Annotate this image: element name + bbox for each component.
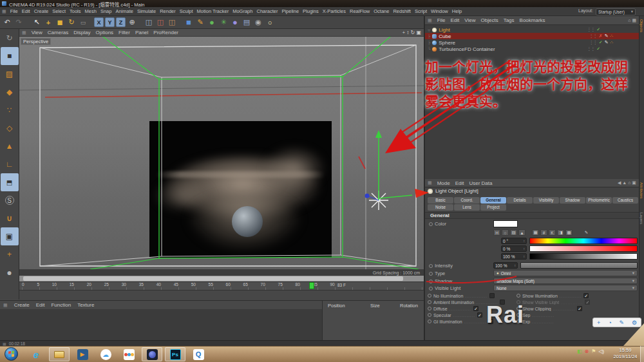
anim-dot-icon[interactable]: [429, 264, 433, 268]
tab-objects[interactable]: Objects: [639, 19, 643, 32]
anim-dot-icon[interactable]: [429, 287, 433, 291]
material-menu-item-0[interactable]: Create: [11, 302, 33, 308]
color-mixer-icon[interactable]: ◨: [557, 229, 564, 236]
tray-flag-icon[interactable]: ⚑: [591, 348, 596, 354]
check-show-clipping[interactable]: Show Clipping✓: [516, 305, 600, 312]
points-mode-icon[interactable]: ∵: [1, 101, 19, 119]
workplane-lock-icon[interactable]: ▣: [1, 227, 19, 245]
attr-tab-3[interactable]: Details: [507, 197, 533, 204]
am-history-icons[interactable]: ◀ ▲ ⌂ ▣: [615, 180, 639, 186]
menu-item-5[interactable]: Mesh: [83, 8, 99, 14]
floor-menu[interactable]: ▤: [241, 17, 252, 28]
scale-tool[interactable]: ◼: [54, 17, 66, 28]
menu-item-0[interactable]: File: [8, 8, 20, 14]
menu-item-19[interactable]: Redshift: [391, 8, 413, 14]
tray-mute-icon[interactable]: ⊗: [585, 348, 589, 354]
workplane-transform-icon[interactable]: +: [1, 245, 19, 263]
taskbar-ie-icon[interactable]: e: [26, 347, 46, 361]
deformers-menu[interactable]: ✳: [218, 17, 229, 28]
color-image-icon[interactable]: ▲: [518, 229, 526, 236]
menu-item-12[interactable]: MoGraph: [231, 8, 254, 14]
taskbar-player-icon[interactable]: ▶: [72, 347, 93, 361]
attr-tab-5[interactable]: Shadow: [560, 197, 585, 204]
om-filter-icons[interactable]: ⌂ ▦: [625, 18, 639, 23]
object-row-cube[interactable]: ├ Cube ⋮⋮ ✗ ✎ ∴: [425, 33, 639, 39]
menu-item-6[interactable]: Snap: [99, 8, 114, 14]
intensity-slider[interactable]: [520, 262, 638, 269]
visibility-dots-icon[interactable]: ⋮⋮: [589, 33, 597, 39]
camera-menu[interactable]: ◉: [252, 17, 264, 28]
attr-tab-7[interactable]: Caustics: [612, 197, 638, 204]
material-manager-body[interactable]: [0, 309, 322, 340]
am-menu-item-1[interactable]: Edit: [453, 180, 467, 186]
recorder-pen-icon[interactable]: ✎: [619, 319, 624, 326]
object-row-light[interactable]: ┬ Light ⋮⋮ ✓: [425, 26, 639, 33]
taskbar-qq-browser-icon[interactable]: Q: [188, 347, 209, 361]
show-desktop-button[interactable]: [640, 346, 644, 362]
move-tool[interactable]: +: [43, 17, 54, 28]
anim-dot-icon[interactable]: [429, 272, 433, 276]
axis-mode-icon[interactable]: ∟: [1, 155, 19, 173]
material-menu-item-3[interactable]: Texture: [74, 302, 97, 308]
material-tag-icon[interactable]: ∴: [611, 33, 613, 39]
om-menu-item-4[interactable]: Tags: [501, 17, 517, 23]
coordinate-system-toggle[interactable]: ⊕: [126, 17, 138, 28]
attr-tab-0[interactable]: Basic: [428, 197, 453, 204]
visible-light-select[interactable]: None▾: [493, 285, 638, 291]
timeline-playhead[interactable]: [309, 282, 314, 289]
enabled-check-icon[interactable]: ✓: [596, 46, 600, 52]
edges-mode-icon[interactable]: ◇: [1, 119, 19, 137]
anim-dot-icon[interactable]: [429, 222, 433, 226]
om-menu-item-0[interactable]: File: [435, 17, 448, 23]
undo-button[interactable]: ↶: [1, 17, 13, 28]
tray-volume-icon[interactable]: ◁): [598, 348, 604, 354]
color-swatches-icon[interactable]: ▦: [532, 229, 539, 236]
menu-item-4[interactable]: Tools: [68, 8, 83, 14]
menu-item-22[interactable]: Help: [450, 8, 464, 14]
taskbar-cinema4d-icon[interactable]: [142, 347, 162, 361]
menu-item-21[interactable]: Window: [429, 8, 450, 14]
menu-item-15[interactable]: Plugins: [301, 8, 321, 14]
om-menu-item-3[interactable]: Objects: [478, 17, 501, 23]
viewport-input-icon[interactable]: ⬒: [1, 173, 19, 191]
enabled-check-icon[interactable]: ✓: [596, 27, 600, 32]
color-spectrum-icon[interactable]: ▨: [510, 229, 517, 236]
soft-selection-icon[interactable]: S: [1, 191, 19, 209]
viewport-menu-item-5[interactable]: Panel: [133, 30, 151, 35]
rotate-tool[interactable]: ↻: [66, 17, 77, 28]
spline-pen-menu[interactable]: ✎: [194, 17, 206, 28]
color-values-icon[interactable]: #: [540, 229, 547, 236]
recorder-move-icon[interactable]: +: [597, 319, 600, 326]
menu-item-11[interactable]: Motion Tracker: [195, 8, 231, 14]
visibility-dots-icon[interactable]: ⋮⋮: [587, 46, 594, 52]
model-mode-icon[interactable]: ■: [1, 47, 19, 65]
color-kelvin-icon[interactable]: K: [549, 229, 556, 236]
menu-item-1[interactable]: Edit: [20, 8, 32, 14]
taskbar-netdisk-icon[interactable]: [118, 347, 139, 361]
menu-item-13[interactable]: Character: [254, 8, 279, 14]
x-axis-lock[interactable]: X: [94, 17, 104, 27]
viewport-menu-item-2[interactable]: Display: [71, 30, 93, 35]
check-export[interactable]: Exp: [516, 318, 600, 325]
environment-menu[interactable]: ●: [229, 17, 241, 28]
check-separate-pass[interactable]: Sep: [516, 312, 600, 318]
v-input[interactable]: 100 %↕: [501, 253, 527, 260]
recorder-settings-icon[interactable]: ⚙: [632, 319, 637, 326]
render-view-button[interactable]: ◫: [143, 17, 155, 28]
tray-antivirus-icon[interactable]: ◧: [577, 348, 582, 354]
recorder-timer-icon[interactable]: ◔: [608, 319, 611, 326]
check-no-illumination[interactable]: No Illumination: [428, 292, 511, 299]
layout-select[interactable]: Startup (User) ▾: [596, 8, 636, 15]
general-section-header[interactable]: General: [425, 212, 639, 219]
texture-mode-icon[interactable]: ▨: [1, 65, 19, 83]
live-selection-tool[interactable]: ↖: [31, 17, 43, 28]
viewport-menu-item-1[interactable]: Cameras: [45, 30, 71, 35]
add-cube-menu[interactable]: ■: [183, 17, 194, 28]
menu-item-20[interactable]: Script: [413, 8, 429, 14]
object-row-sphere[interactable]: ├ Sphere ⋮⋮ ✓ ✎ ∴: [425, 39, 639, 46]
h-input[interactable]: 0 °↕: [501, 238, 527, 244]
attr-tab-0[interactable]: Noise: [428, 204, 453, 211]
attr-tab-2[interactable]: Project: [480, 204, 506, 211]
last-tool[interactable]: ▭: [77, 17, 89, 28]
viewport-nav-icons[interactable]: + ↕ ↻ ▣: [399, 30, 424, 35]
